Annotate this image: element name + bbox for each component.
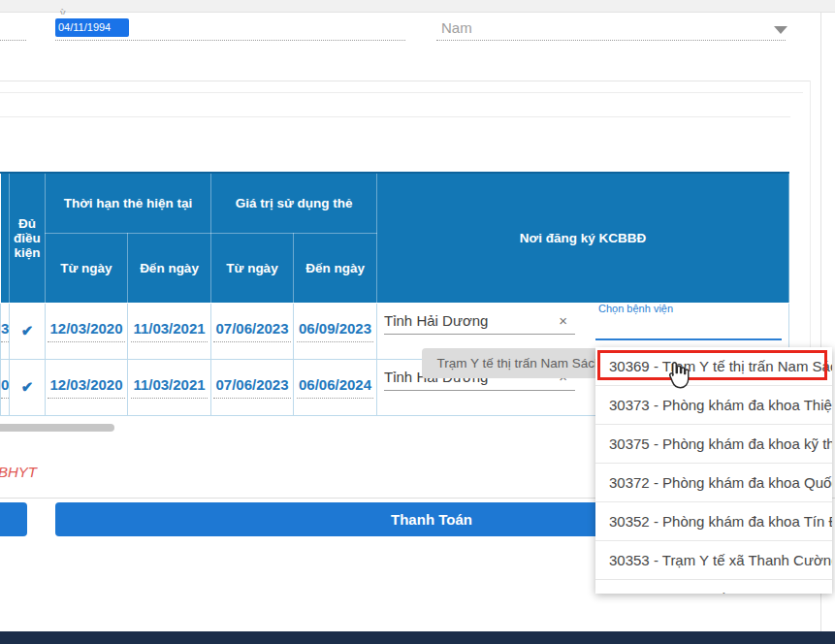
date-field[interactable]: 12/03/2020 [48,320,124,342]
col-header-to-date: Đến ngày [128,233,211,303]
card-id-fragment: 3 [1,303,10,359]
hospital-option[interactable]: 30369 - Trạm Y tế thị trấn Nam Sách [595,347,832,386]
hospital-option[interactable]: 30375 - Phòng khám đa khoa kỹ thuật cao [595,425,832,464]
check-icon: ✔ [21,322,34,338]
date-field[interactable]: 06/06/2024 [297,376,373,399]
footer-bar [0,631,835,644]
gender-select-value[interactable]: Nam [441,19,472,36]
hospital-option[interactable]: 30353 - Trạm Y tế xã Thanh Cường [595,541,832,580]
clipped-field-underline [0,40,26,41]
check-icon: ✔ [21,378,34,395]
hospital-option[interactable]: 30354 - Trạm Y tế xã Thanh Khê [595,580,832,594]
hospital-picker-input[interactable] [595,338,782,340]
hospital-option[interactable]: 30352 - Phòng khám đa khoa Tín Đức C [595,502,832,541]
hand-cursor-icon [664,361,690,389]
col-header-kcb-place: Nơi đăng ký KCBBĐ [377,173,789,303]
date-field[interactable]: 07/06/2023 [213,320,290,342]
col-header-from-date: Từ ngày [211,233,294,303]
card-divider [0,92,803,93]
hospital-option[interactable]: 30372 - Phòng khám đa khoa Quốc tế Th [595,464,832,502]
bhyt-note-fragment: BHYT [0,464,37,480]
col-header-to-date: Đến ngày [294,233,377,303]
kcb-province-field[interactable]: Tỉnh Hải Dương × [384,312,575,335]
clipped-text-fragment: ỳ ỉ [60,8,83,15]
hospital-picker-label: Chọn bệnh viện [598,303,673,314]
card-divider [0,80,810,81]
date-field[interactable]: 11/03/2021 [131,320,207,342]
kcb-province-value[interactable]: Tỉnh Hải Dương [384,312,488,329]
date-field[interactable]: 06/09/2023 [297,320,373,342]
clear-icon[interactable]: × [555,312,571,329]
date-field[interactable]: 12/03/2020 [48,376,124,399]
col-header-from-date: Từ ngày [46,233,128,303]
gender-select-underline[interactable] [436,40,786,41]
hospital-dropdown: 30369 - Trạm Y tế thị trấn Nam Sách 3037… [595,347,832,594]
hospital-tooltip: Trạm Y tế thị trấn Nam Sách [422,348,617,378]
hospital-option[interactable]: 30373 - Phòng khám đa khoa Thiện Tâm [595,386,832,425]
col-header-eligible: Đủ điều kiện [10,173,46,303]
clipped-column-header [1,173,10,303]
card-id-fragment: 0 [1,359,10,415]
window-top-strip [0,0,835,13]
card-divider [0,116,790,117]
col-header-card-validity: Giá trị sử dụng thẻ [211,173,377,233]
date-field[interactable]: 11/03/2021 [131,376,207,399]
dob-field-selected-text[interactable]: 04/11/1994 [55,18,129,37]
back-button-clipped[interactable] [0,502,27,536]
date-field[interactable]: 07/06/2023 [213,376,290,399]
col-header-current-term: Thời hạn thẻ hiện tại [46,173,211,233]
chevron-down-icon[interactable] [774,26,787,34]
horizontal-scrollbar-thumb[interactable] [0,424,114,432]
dob-field-underline[interactable] [55,40,405,41]
screen: ỳ ỉ 04/11/1994 Nam Đủ điều kiện Thời hạn… [0,0,835,644]
